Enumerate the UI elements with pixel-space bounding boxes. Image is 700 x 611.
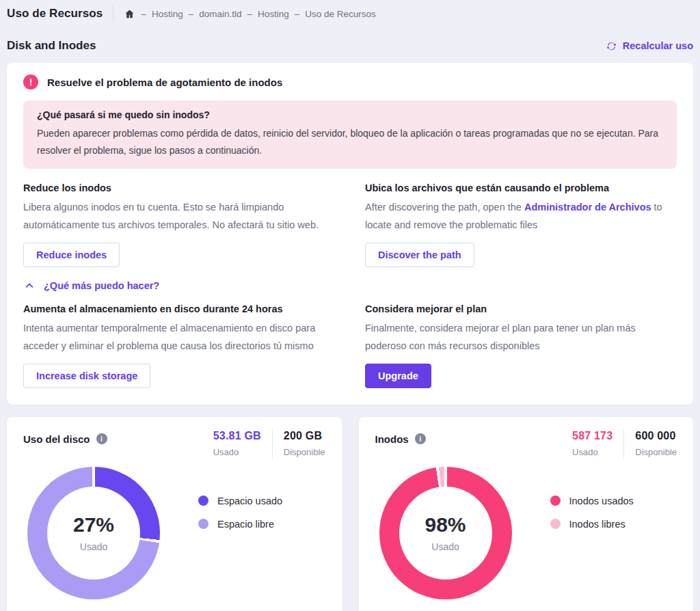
disk-card-title: Uso del disco [23,433,90,445]
step-upgrade-plan: Considera mejorar el plan Finalmente, co… [365,303,677,388]
step-body: After discovering the path, open the Adm… [365,199,677,234]
disk-available-stat: 200 GB Disponible [284,430,325,457]
legend-item: Espacio usado [198,495,282,506]
step-body: Intenta aumentar temporalmente el almace… [23,320,335,355]
disk-percent-value: 27% [73,513,114,537]
danger-info-box: ¿Qué pasará si me quedo sin inodos? Pued… [23,100,677,169]
breadcrumb: – Hosting – domain.tld – Hosting – Uso d… [124,9,375,19]
inodes-donut-center: 98% Usado [399,487,492,580]
legend-dot [550,495,561,506]
steps-row-1: Reduce los inodos Libera algunos inodos … [23,182,677,267]
legend-label: Espacio libre [217,519,274,530]
breadcrumb-separator: – [141,9,146,19]
refresh-icon [606,41,617,51]
disk-available-value: 200 GB [284,430,325,442]
upgrade-button[interactable]: Upgrade [365,364,431,388]
stat-divider [623,429,624,459]
step-increase-storage: Aumenta el almacenamiento en disco duran… [23,303,335,388]
breadcrumb-separator: – [295,9,300,19]
recalculate-usage-label: Recalcular uso [623,40,693,51]
topbar-divider [113,5,113,22]
breadcrumb-separator: – [189,9,194,19]
step-reduce-inodes: Reduce los inodos Libera algunos inodos … [23,182,335,267]
inodes-stats: 587 173 Usado 600 000 Disponible [572,429,677,459]
legend-dot [550,519,561,529]
usage-cards-row: Uso del disco i 53.81 GB Usado 200 GB Di… [7,417,693,611]
disk-stats: 53.81 GB Usado 200 GB Disponible [213,429,325,459]
disk-percent-label: Usado [80,541,107,552]
inodes-used-value: 587 173 [572,430,612,442]
recalculate-usage-button[interactable]: Recalcular uso [606,40,693,51]
disk-card-header: Uso del disco i 53.81 GB Usado 200 GB Di… [23,429,325,459]
discover-path-button[interactable]: Discover the path [365,243,474,267]
inodes-available-label: Disponible [635,447,677,457]
inodes-usage-card: Inodos i 587 173 Usado 600 000 Disponibl… [359,417,694,611]
inodes-donut-chart: 98% Usado [379,467,512,599]
legend-item: Espacio libre [198,519,282,530]
info-icon[interactable]: i [96,433,107,444]
disk-available-label: Disponible [284,447,325,457]
chevron-up-icon [25,281,34,290]
alert-header: ! Resuelve el problema de agotamiento de… [23,74,677,90]
reduce-inodes-button[interactable]: Reduce inodes [23,243,120,267]
step-locate-files: Ubica los archivos que están causando el… [365,182,677,267]
inodes-legend: Inodos usados Inodos libres [550,495,634,599]
resource-usage-page: Uso de Recursos – Hosting – domain.tld –… [0,0,700,611]
inodes-card-title: Inodos [375,433,409,445]
disk-donut-area: 27% Usado Espacio usado Espacio libre [23,467,325,599]
breadcrumb-item-hosting-2[interactable]: Hosting [258,9,289,19]
legend-label: Espacio usado [217,495,282,506]
breadcrumb-item-domain[interactable]: domain.tld [199,9,241,19]
disk-used-stat: 53.81 GB Usado [213,430,261,457]
inodes-percent-label: Usado [431,541,459,552]
disk-used-label: Usado [213,447,261,457]
legend-item: Inodos libres [550,519,634,530]
step-title: Considera mejorar el plan [365,303,677,314]
breadcrumb-item-resource-usage[interactable]: Uso de Recursos [305,9,376,19]
step-body-text: After discovering the path, open the [365,202,524,213]
step-title: Aumenta el almacenamiento en disco duran… [23,303,335,314]
disk-used-value: 53.81 GB [213,430,261,442]
increase-disk-storage-button[interactable]: Increase disk storage [23,364,150,388]
page-title: Uso de Recursos [7,7,103,21]
danger-box-title: ¿Qué pasará si me quedo sin inodos? [37,109,663,120]
legend-label: Inodos libres [569,519,625,530]
legend-dot [198,495,208,506]
inodes-card-header: Inodos i 587 173 Usado 600 000 Disponibl… [375,429,677,459]
inodes-used-stat: 587 173 Usado [572,430,612,457]
inodes-available-value: 600 000 [635,430,677,442]
collapse-label: ¿Qué más puedo hacer? [44,280,159,291]
info-icon[interactable]: i [415,433,426,444]
file-manager-link[interactable]: Administrador de Archivos [524,202,651,213]
disk-donut-center: 27% Usado [47,487,140,580]
alert-exclamation-icon: ! [23,74,38,90]
section-title: Disk and Inodes [7,39,96,53]
inodes-donut-area: 98% Usado Inodos usados Inodos libres [375,467,677,599]
breadcrumb-item-hosting[interactable]: Hosting [152,9,183,19]
topbar: Uso de Recursos – Hosting – domain.tld –… [7,0,693,25]
step-body: Libera algunos inodos en tu cuenta. Esto… [23,199,335,234]
step-title: Reduce los inodos [23,182,335,193]
disk-usage-card: Uso del disco i 53.81 GB Usado 200 GB Di… [7,417,342,611]
stat-divider [272,429,273,459]
steps-row-2: Aumenta el almacenamiento en disco duran… [23,303,677,388]
step-title: Ubica los archivos que están causando el… [365,182,677,193]
home-icon[interactable] [124,9,135,19]
step-body: Finalmente, considera mejorar el plan pa… [365,320,677,355]
disk-donut-chart: 27% Usado [27,467,160,599]
inode-warning-card: ! Resuelve el problema de agotamiento de… [7,63,693,405]
legend-label: Inodos usados [569,495,634,506]
legend-item: Inodos usados [550,495,634,506]
disk-legend: Espacio usado Espacio libre [198,495,282,599]
section-header: Disk and Inodes Recalcular uso [7,39,693,53]
inodes-used-label: Usado [572,447,612,457]
inodes-percent-value: 98% [425,513,466,537]
what-else-collapse-toggle[interactable]: ¿Qué más puedo hacer? [25,280,677,291]
breadcrumb-separator: – [247,9,253,19]
legend-dot [198,519,208,529]
alert-title: Resuelve el problema de agotamiento de i… [47,77,282,88]
inodes-available-stat: 600 000 Disponible [635,430,677,457]
danger-box-body: Pueden aparecer problemas como pérdida d… [37,125,663,159]
